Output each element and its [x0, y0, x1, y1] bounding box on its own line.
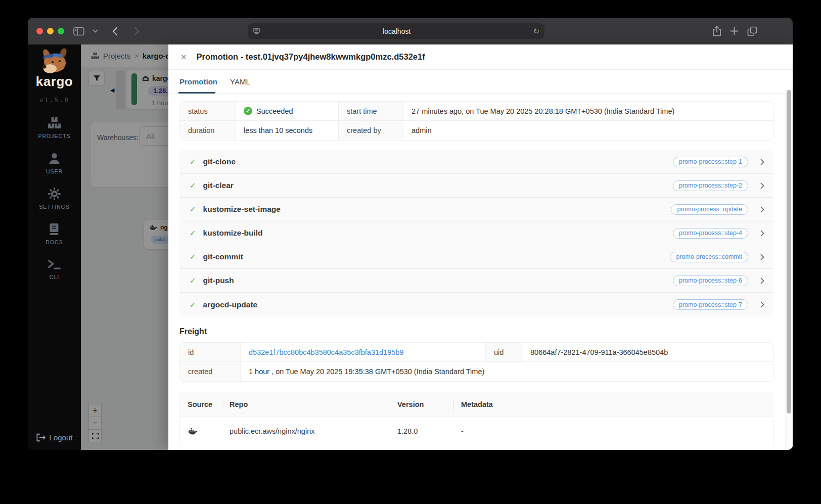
maximize-window-button[interactable] [58, 28, 64, 34]
sidebar-item-user[interactable]: USER [46, 152, 63, 174]
app-version: v1.5.0 [39, 96, 69, 104]
step-row-git-clone[interactable]: ✓ git-clone promo-process::step-1 [179, 150, 773, 174]
column-header-repo: Repo [222, 392, 390, 416]
active-tab-indicator [178, 92, 215, 94]
chevron-right-icon[interactable] [760, 301, 764, 308]
step-success-icon: ✓ [190, 276, 196, 285]
artifacts-header-row: Source Repo Version Metadata [180, 392, 773, 417]
step-row-git-commit[interactable]: ✓ git-commit promo-process::commit [179, 245, 773, 269]
step-alias-badge: promo-process::step-6 [673, 276, 748, 286]
close-icon[interactable]: ✕ [180, 53, 187, 62]
sidebar: kargo v1.5.0 PROJECTS USER [28, 44, 81, 450]
freight-heading: Freight [179, 327, 773, 336]
freight-id-link[interactable]: d532e1f7bcc80bc4b3580c4a35c3fbfa31d195b9 [249, 348, 403, 356]
chevron-right-icon[interactable] [760, 254, 764, 260]
modal-body: status ✓ Succeeded start time 27 minutes… [168, 94, 793, 450]
step-success-icon: ✓ [190, 300, 196, 309]
step-alias-badge: promo-process::step-1 [673, 157, 748, 167]
freight-id-label: id [180, 343, 241, 362]
sidebar-item-settings[interactable]: SETTINGS [39, 188, 70, 210]
chevron-down-icon[interactable] [93, 29, 98, 33]
kargo-logo-icon [38, 48, 71, 76]
sidebar-item-projects[interactable]: PROJECTS [38, 117, 70, 139]
step-success-icon: ✓ [190, 252, 196, 261]
back-icon[interactable] [112, 27, 118, 36]
forward-icon[interactable] [134, 27, 140, 36]
modal-scrollbar-thumb[interactable] [787, 90, 791, 414]
column-header-source: Source [180, 392, 222, 416]
modal-header: ✕ Promotion - test.01jvq37py4jhew8kwwmkg… [168, 44, 793, 70]
tab-promotion[interactable]: Promotion [179, 70, 217, 93]
tab-yaml[interactable]: YAML [230, 70, 250, 93]
settings-icon [48, 188, 61, 200]
column-header-metadata: Metadata [453, 392, 773, 416]
step-success-icon: ✓ [190, 157, 196, 166]
url-text: localhost [260, 27, 533, 35]
browser-window: localhost ↻ [28, 18, 793, 450]
start-time-label: start time [339, 102, 403, 121]
promotion-summary-table: status ✓ Succeeded start time 27 minutes… [179, 101, 773, 141]
projects-icon [48, 117, 61, 129]
sidebar-toggle-icon[interactable] [73, 27, 84, 36]
new-tab-icon[interactable] [730, 27, 739, 35]
docs-icon [48, 223, 60, 236]
freight-created-value: 1 hour , on Tue May 20 2025 19:35:38 GMT… [241, 362, 773, 381]
freight-id-value: d532e1f7bcc80bc4b3580c4a35c3fbfa31d195b9 [241, 343, 486, 362]
docker-icon [188, 428, 198, 435]
artifact-repo-cell: public.ecr.aws/nginx/nginx [222, 417, 390, 446]
step-row-argocd-update[interactable]: ✓ argocd-update promo-process::step-7 [179, 293, 773, 316]
refresh-icon[interactable]: ↻ [533, 27, 539, 36]
step-success-icon: ✓ [190, 228, 196, 238]
step-alias-badge: promo-process::step-4 [673, 228, 748, 239]
freight-artifacts-table: Source Repo Version Metadata public.ecr.… [179, 392, 773, 446]
close-window-button[interactable] [36, 28, 43, 34]
user-icon [48, 152, 61, 165]
freight-uid-label: uid [486, 343, 522, 362]
status-value: ✓ Succeeded [236, 102, 339, 121]
app-viewport: kargo v1.5.0 PROJECTS USER [28, 44, 793, 450]
logout-icon [36, 433, 45, 442]
chevron-right-icon[interactable] [760, 206, 764, 213]
step-row-git-clear[interactable]: ✓ git-clear promo-process::step-2 [179, 174, 773, 198]
created-by-value: admin [403, 121, 773, 140]
freight-details-table: id d532e1f7bcc80bc4b3580c4a35c3fbfa31d19… [179, 342, 773, 382]
step-alias-badge: promo-process::step-2 [673, 180, 748, 191]
sidebar-item-cli[interactable]: CLI [48, 258, 61, 280]
chevron-right-icon[interactable] [760, 159, 764, 165]
page-format-icon[interactable] [253, 27, 260, 35]
promotion-steps-list: ✓ git-clone promo-process::step-1 ✓ git-… [179, 150, 773, 316]
step-success-icon: ✓ [190, 205, 196, 214]
freight-uid-value: 80664af7-2821-4709-911a-366045e8504b [522, 343, 773, 362]
step-alias-badge: promo-process::update [671, 204, 748, 215]
artifact-source-cell [180, 417, 222, 446]
artifact-metadata-cell: - [453, 417, 773, 446]
step-row-git-push[interactable]: ✓ git-push promo-process::step-6 [179, 269, 773, 293]
artifact-version-cell: 1.28.0 [390, 417, 453, 446]
minimize-window-button[interactable] [47, 28, 54, 34]
start-time-value: 27 minutes ago, on Tue May 20 2025 20:28… [403, 102, 773, 121]
cli-icon [48, 258, 61, 270]
artifact-row: public.ecr.aws/nginx/nginx 1.28.0 - [180, 417, 773, 446]
traffic-lights [36, 18, 64, 44]
kargo-brand[interactable]: kargo [36, 48, 73, 89]
logout-button[interactable]: Logout [36, 433, 73, 442]
chevron-right-icon[interactable] [760, 230, 764, 237]
share-icon[interactable] [712, 26, 721, 36]
address-bar[interactable]: localhost ↻ [248, 23, 544, 39]
modal-tabs: Promotion YAML [168, 70, 793, 94]
sidebar-item-docs[interactable]: DOCS [45, 223, 63, 245]
modal-title: Promotion - test.01jvq37py4jhew8kwwmkgp0… [197, 52, 425, 62]
success-check-icon: ✓ [244, 107, 252, 115]
step-row-kustomize-set-image[interactable]: ✓ kustomize-set-image promo-process::upd… [179, 198, 773, 221]
chevron-right-icon[interactable] [760, 182, 764, 189]
step-alias-badge: promo-process::commit [670, 252, 748, 262]
kargo-wordmark: kargo [36, 74, 73, 89]
promotion-modal: ✕ Promotion - test.01jvq37py4jhew8kwwmkg… [168, 44, 793, 450]
chevron-right-icon[interactable] [760, 278, 764, 284]
column-header-version: Version [390, 392, 453, 416]
step-row-kustomize-build[interactable]: ✓ kustomize-build promo-process::step-4 [179, 221, 773, 245]
step-success-icon: ✓ [190, 181, 196, 190]
screenshot-root: localhost ↻ [0, 0, 821, 504]
tab-overview-icon[interactable] [747, 26, 757, 36]
duration-value: less than 10 seconds [236, 121, 339, 140]
